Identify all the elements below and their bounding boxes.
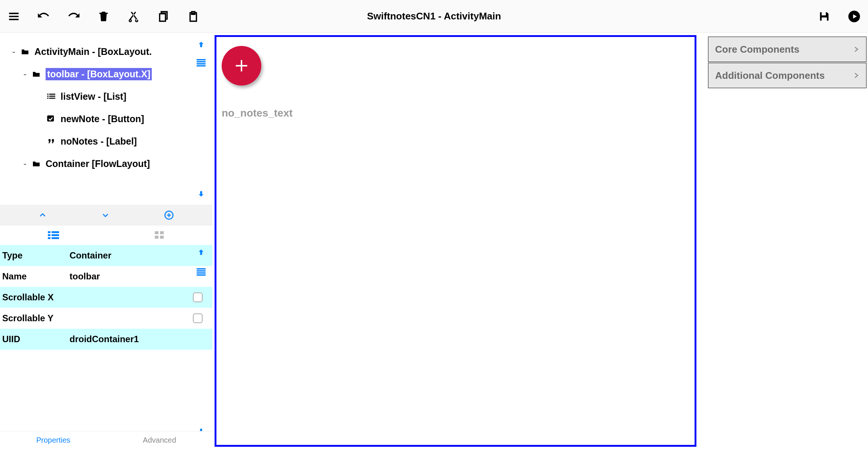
chevron-right-icon bbox=[853, 46, 859, 53]
tree-label: toolbar - [BoxLayout.X] bbox=[46, 68, 152, 80]
menu-icon[interactable] bbox=[7, 10, 20, 23]
prop-row[interactable]: Type Container bbox=[0, 245, 212, 266]
prop-key: Type bbox=[2, 250, 70, 261]
tree-toggle[interactable]: - bbox=[10, 46, 17, 57]
tree-label: ActivityMain - [BoxLayout. bbox=[34, 46, 152, 57]
folder-icon bbox=[32, 160, 42, 167]
svg-rect-10 bbox=[49, 98, 55, 99]
prop-key: Scrollable Y bbox=[2, 313, 84, 323]
list-icon bbox=[47, 93, 57, 100]
accordion-label: Core Components bbox=[715, 44, 799, 55]
window-title: SwiftnotesCN1 - ActivityMain bbox=[367, 10, 501, 22]
svg-rect-20 bbox=[160, 231, 164, 234]
svg-rect-4 bbox=[197, 65, 206, 67]
prop-row[interactable]: Scrollable Y bbox=[0, 308, 212, 329]
folder-icon bbox=[32, 71, 42, 77]
core-components-header[interactable]: Core Components bbox=[708, 37, 867, 62]
prop-key: UIID bbox=[2, 334, 70, 344]
tree-toggle[interactable]: - bbox=[22, 69, 28, 80]
svg-rect-25 bbox=[197, 272, 206, 274]
svg-rect-15 bbox=[48, 234, 50, 236]
svg-rect-9 bbox=[47, 98, 49, 99]
delete-icon[interactable] bbox=[97, 10, 110, 23]
expand-down-icon[interactable] bbox=[101, 211, 110, 219]
tree-scroll-up-icon[interactable] bbox=[197, 40, 205, 49]
design-canvas[interactable]: no_notes_text bbox=[215, 35, 696, 447]
svg-rect-19 bbox=[155, 231, 158, 234]
tab-advanced[interactable]: Advanced bbox=[143, 436, 176, 445]
play-icon[interactable] bbox=[848, 10, 861, 23]
svg-rect-21 bbox=[155, 236, 158, 239]
copy-icon[interactable] bbox=[157, 10, 170, 23]
svg-rect-11 bbox=[47, 115, 54, 121]
prop-row[interactable]: Name toolbar bbox=[0, 266, 212, 287]
tree-rows-icon[interactable] bbox=[197, 59, 206, 66]
tree-toggle[interactable]: - bbox=[22, 158, 28, 169]
paste-icon[interactable] bbox=[187, 10, 200, 23]
scrollable-y-check[interactable] bbox=[193, 313, 203, 323]
svg-rect-16 bbox=[52, 234, 59, 236]
svg-rect-3 bbox=[197, 63, 206, 65]
svg-rect-1 bbox=[197, 59, 206, 61]
svg-rect-5 bbox=[47, 94, 49, 95]
components-panel: Core Components Additional Components bbox=[707, 33, 868, 449]
tree-label: listView - [List] bbox=[61, 91, 126, 102]
tree-label: Container [FlowLayout] bbox=[46, 158, 150, 169]
component-tree: - ActivityMain - [BoxLayout. - toolbar -… bbox=[0, 33, 212, 205]
svg-rect-26 bbox=[197, 275, 206, 276]
check-icon bbox=[47, 115, 57, 122]
grid-view-icon[interactable] bbox=[155, 231, 164, 239]
tree-row[interactable]: noNotes - [Label] bbox=[0, 130, 212, 152]
scrollable-x-check[interactable] bbox=[193, 292, 203, 302]
collapse-up-icon[interactable] bbox=[39, 211, 47, 219]
prop-value: Container bbox=[70, 250, 212, 261]
tree-label: noNotes - [Label] bbox=[61, 136, 137, 147]
tree-scroll-down-icon[interactable] bbox=[197, 190, 205, 198]
svg-rect-14 bbox=[52, 231, 59, 233]
design-canvas-wrap: no_notes_text bbox=[212, 33, 707, 449]
left-panel: - ActivityMain - [BoxLayout. - toolbar -… bbox=[0, 33, 212, 449]
tree-controls-strip bbox=[0, 205, 212, 226]
add-node-icon[interactable] bbox=[164, 210, 174, 220]
prop-value: droidContainer1 bbox=[70, 334, 212, 344]
svg-rect-13 bbox=[48, 231, 50, 233]
save-icon[interactable] bbox=[818, 10, 831, 23]
accordion-label: Additional Components bbox=[715, 70, 825, 81]
props-rows-icon[interactable] bbox=[197, 268, 206, 276]
tree-row[interactable]: - ActivityMain - [BoxLayout. bbox=[0, 40, 212, 63]
prop-value: toolbar bbox=[70, 271, 212, 282]
svg-rect-18 bbox=[52, 237, 59, 239]
svg-rect-24 bbox=[197, 270, 206, 272]
svg-rect-8 bbox=[49, 96, 55, 97]
main-area: - ActivityMain - [BoxLayout. - toolbar -… bbox=[0, 33, 868, 449]
chevron-right-icon bbox=[853, 72, 859, 79]
svg-rect-23 bbox=[197, 268, 206, 270]
svg-rect-22 bbox=[160, 236, 164, 239]
tree-row[interactable]: newNote - [Button] bbox=[0, 108, 212, 130]
no-notes-label[interactable]: no_notes_text bbox=[222, 107, 293, 119]
tree-label: newNote - [Button] bbox=[61, 114, 144, 124]
additional-components-header[interactable]: Additional Components bbox=[708, 63, 867, 88]
undo-icon[interactable] bbox=[37, 10, 50, 23]
properties-panel: Type Container Name toolbar Scrollable X… bbox=[0, 245, 212, 449]
svg-rect-7 bbox=[47, 96, 49, 97]
tree-row[interactable]: listView - [List] bbox=[0, 85, 212, 108]
tree-row[interactable]: - toolbar - [BoxLayout.X] bbox=[0, 63, 212, 85]
tree-row[interactable]: - Container [FlowLayout] bbox=[0, 152, 212, 175]
redo-icon[interactable] bbox=[67, 10, 80, 23]
prop-key: Name bbox=[2, 271, 70, 282]
top-toolbar: SwiftnotesCN1 - ActivityMain bbox=[0, 0, 868, 33]
folder-icon bbox=[21, 48, 31, 55]
svg-rect-17 bbox=[48, 237, 50, 239]
list-view-icon[interactable] bbox=[48, 231, 59, 239]
props-scroll-up-icon[interactable] bbox=[197, 248, 205, 256]
prop-key: Scrollable X bbox=[2, 292, 70, 303]
svg-rect-6 bbox=[49, 94, 55, 95]
prop-row[interactable]: Scrollable X bbox=[0, 287, 212, 308]
tab-properties[interactable]: Properties bbox=[36, 436, 70, 445]
quote-icon bbox=[47, 138, 57, 145]
prop-row[interactable]: UIID droidContainer1 bbox=[0, 329, 212, 350]
fab-new-note[interactable] bbox=[222, 46, 261, 86]
cut-icon[interactable] bbox=[127, 10, 140, 23]
svg-rect-2 bbox=[197, 61, 206, 63]
